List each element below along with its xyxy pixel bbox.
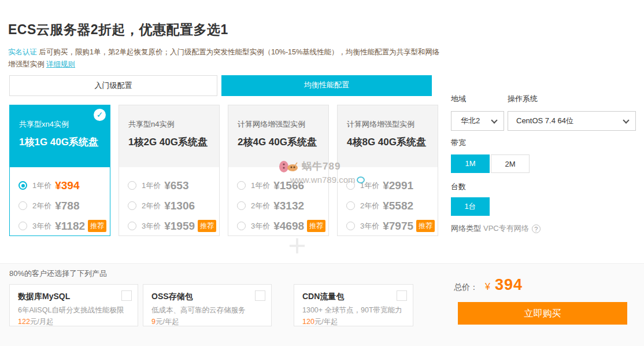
plan-name: 计算网络增强型实例 (238, 119, 328, 130)
tab-balanced-config[interactable]: 均衡性能配置 (221, 75, 432, 96)
radio-unchecked-icon[interactable] (128, 201, 136, 210)
purchase-notice: 实名认证 后可购买，限购1单，第2单起恢复原价；入门级配置为突发性能型实例（10… (8, 46, 443, 70)
price-option-1yr[interactable]: 1年价 ¥2991 (346, 175, 438, 196)
plan-price-list: 1年价 ¥394 2年价 ¥788 3年价 ¥1182 推荐 (10, 167, 110, 236)
os-select[interactable]: CentOS 7.4 64位 (508, 111, 636, 131)
help-icon[interactable]: ? (532, 224, 541, 233)
quantity-label: 台数 (451, 182, 466, 192)
plus-separator-icon: + (282, 230, 312, 260)
radio-unchecked-icon[interactable] (237, 181, 246, 190)
quantity-option-1[interactable]: 1台 (451, 197, 490, 216)
region-select[interactable]: 华北2 (451, 111, 504, 131)
plan-header: 计算网络增强型实例 2核4G 40G系统盘 (228, 105, 328, 167)
price-option-2yr[interactable]: 2年价 ¥788 (18, 196, 110, 216)
radio-unchecked-icon[interactable] (18, 222, 27, 230)
plan-header: 共享型n4实例 1核2G 40G系统盘 (119, 105, 219, 167)
price-option-3yr[interactable]: 3年价 ¥1959 推荐 (128, 216, 219, 236)
radio-unchecked-icon[interactable] (346, 201, 355, 210)
plan-spec: 1核2G 40G系统盘 (128, 135, 219, 149)
plan-card-n4[interactable]: 共享型n4实例 1核2G 40G系统盘 1年价 ¥653 2年价 ¥1306 3… (119, 105, 220, 236)
price-option-3yr[interactable]: 3年价 ¥7975 推荐 (346, 216, 438, 236)
addon-card-mysql[interactable]: 数据库MySQL 6年AliSQL自研分支挑战性能极限 122元/月起 (9, 284, 138, 326)
currency-symbol: ¥ (485, 282, 490, 292)
addon-checkbox[interactable] (255, 290, 265, 301)
total-price-row: 总价： ¥ 394 (454, 276, 523, 294)
os-label: 操作系统 (508, 94, 538, 104)
addon-checkbox[interactable] (121, 290, 132, 301)
tab-entry-config[interactable]: 入门级配置 (9, 75, 217, 96)
network-type-label: 网络类型 (451, 223, 481, 234)
network-type-row: 网络类型 VPC专有网络 ? (451, 223, 541, 234)
plan-name: 共享型n4实例 (128, 119, 219, 130)
plan-spec: 4核8G 40G系统盘 (347, 135, 438, 149)
addon-card-oss[interactable]: OSS存储包 低成本、高可靠的云存储服务 9元/年起 (143, 284, 272, 326)
plan-name: 共享型xn4实例 (19, 119, 110, 130)
recommend-badge: 推荐 (198, 220, 216, 232)
addon-checkbox[interactable] (397, 290, 407, 301)
detail-rules-link[interactable]: 详细规则 (46, 60, 75, 68)
radio-unchecked-icon[interactable] (128, 181, 136, 190)
bandwidth-option-2m[interactable]: 2M (491, 154, 530, 173)
ecs-promo-page: ECS云服务器2折起，优惠配置多选1 实名认证 后可购买，限购1单，第2单起恢复… (0, 0, 644, 346)
recommend-badge: 推荐 (88, 220, 106, 232)
total-label: 总价： (454, 282, 478, 293)
plan-price-list: 1年价 ¥653 2年价 ¥1306 3年价 ¥1959 推荐 (119, 167, 219, 236)
price-option-2yr[interactable]: 2年价 ¥1306 (128, 196, 219, 216)
radio-checked-icon[interactable] (18, 181, 27, 190)
chevron-down-icon (491, 117, 497, 123)
plan-price-list: 1年价 ¥2991 2年价 ¥5582 3年价 ¥7975 推荐 (338, 167, 438, 236)
price-option-2yr[interactable]: 2年价 ¥5582 (346, 196, 438, 216)
addon-card-cdn[interactable]: CDN流量包 1300+ 全球节点，90T带宽能力 120元/年起 (294, 284, 413, 326)
plan-card-sn1ne-4c8g[interactable]: 计算网络增强型实例 4核8G 40G系统盘 1年价 ¥2991 2年价 ¥558… (337, 105, 438, 236)
price-option-2yr[interactable]: 2年价 ¥3132 (237, 196, 328, 216)
realname-auth-link[interactable]: 实名认证 (8, 48, 37, 56)
radio-unchecked-icon[interactable] (237, 222, 246, 230)
bandwidth-label: 带宽 (451, 138, 466, 148)
plan-spec: 2核4G 40G系统盘 (238, 135, 328, 149)
radio-unchecked-icon[interactable] (346, 222, 355, 230)
plan-card-xn4[interactable]: ✓ 共享型xn4实例 1核1G 40G系统盘 1年价 ¥394 2年价 ¥788… (9, 105, 110, 236)
price-option-1yr[interactable]: 1年价 ¥653 (128, 175, 219, 196)
chevron-down-icon (623, 117, 629, 123)
page-title: ECS云服务器2折起，优惠配置多选1 (8, 21, 228, 39)
radio-unchecked-icon[interactable] (18, 201, 27, 210)
plan-header: 计算网络增强型实例 4核8G 40G系统盘 (338, 105, 438, 167)
recommend-badge: 推荐 (416, 220, 435, 232)
price-option-3yr[interactable]: 3年价 ¥1182 推荐 (18, 216, 110, 236)
total-value: 394 (495, 276, 523, 294)
price-option-1yr[interactable]: 1年价 ¥1566 (237, 175, 328, 196)
radio-unchecked-icon[interactable] (346, 181, 355, 190)
price-option-1yr[interactable]: 1年价 ¥394 (18, 175, 110, 196)
selected-check-icon: ✓ (94, 109, 106, 121)
plan-price-list: 1年价 ¥1566 2年价 ¥3132 3年价 ¥4698 推荐 (228, 167, 328, 236)
radio-unchecked-icon[interactable] (237, 201, 246, 210)
plan-header: ✓ 共享型xn4实例 1核1G 40G系统盘 (10, 105, 110, 167)
network-type-value: VPC专有网络 (483, 223, 529, 234)
plan-card-sn1ne-2c4g[interactable]: 计算网络增强型实例 2核4G 40G系统盘 1年价 ¥1566 2年价 ¥313… (228, 105, 329, 236)
addons-heading: 80%的客户还选择了下列产品 (9, 268, 107, 279)
bandwidth-option-1m[interactable]: 1M (451, 154, 490, 173)
plan-spec: 1核1G 40G系统盘 (19, 135, 110, 149)
radio-unchecked-icon[interactable] (128, 222, 136, 230)
region-label: 地域 (451, 94, 466, 104)
plan-name: 计算网络增强型实例 (347, 119, 438, 130)
buy-now-button[interactable]: 立即购买 (458, 302, 627, 325)
